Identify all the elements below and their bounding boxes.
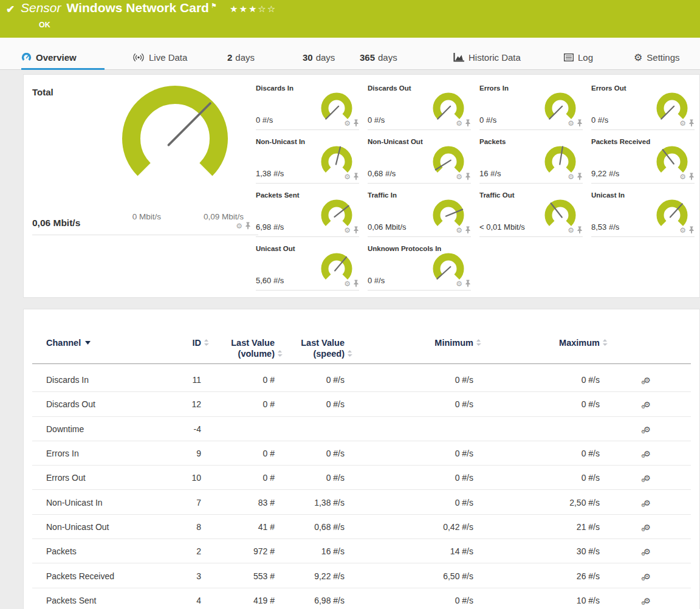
pin-icon-glyph (353, 173, 359, 181)
gauge-pin-icon[interactable] (465, 119, 471, 127)
gauge-value: 0,68 #/s (368, 169, 396, 178)
channel-settings-icon[interactable]: ⚙⚙ (643, 425, 651, 433)
col-header-id[interactable]: ID (180, 337, 201, 363)
gauge-tile[interactable]: Traffic Out < 0,01 Mbit/s ⚙ (479, 190, 591, 244)
channel-settings-icon[interactable]: ⚙⚙ (643, 523, 651, 531)
col-header-last-value-speed-[interactable]: Last Value(speed) (275, 337, 345, 363)
tab-label: Settings (647, 52, 679, 63)
gauge-settings-icon[interactable]: ⚙ (679, 173, 686, 181)
flag-icon[interactable]: ⚑ (211, 2, 217, 9)
gauge-settings-icon[interactable]: ⚙ (568, 120, 574, 127)
gauge-tile[interactable]: Non-Unicast In 1,38 #/s ⚙ (256, 137, 368, 190)
gauge-settings-icon[interactable]: ⚙ (344, 227, 351, 234)
gauge-tile[interactable]: Unknown Protocols In 0 #/s ⚙ (368, 244, 479, 297)
cell-last-value-volume: 0 # (201, 473, 275, 483)
gauge-value: 5,60 #/s (256, 276, 284, 285)
gauge-tile[interactable]: Discards In 0 #/s ⚙ (256, 83, 368, 137)
gauge-tile[interactable]: Packets Sent 6,98 #/s ⚙ (256, 190, 368, 244)
gauge-pin-icon[interactable] (353, 119, 359, 127)
sorted-desc-icon (85, 341, 91, 345)
gauge-actions: ⚙ (568, 119, 583, 127)
tab-historic-data[interactable]: Historic Data (453, 52, 521, 63)
gauge-settings-icon[interactable]: ⚙ (456, 280, 462, 287)
gauge-settings-icon[interactable]: ⚙ (456, 120, 462, 127)
cell-minimum: 6,50 #/s (345, 571, 473, 581)
gauge-pin-icon[interactable] (353, 280, 359, 287)
gauge-settings-icon[interactable]: ⚙ (344, 280, 351, 287)
tab-2-days[interactable]: 2days (227, 52, 255, 63)
gauge-value: 1,38 #/s (256, 169, 284, 178)
gauge-pin-icon[interactable] (465, 280, 471, 287)
gauge-tile[interactable]: Discards Out 0 #/s ⚙ (368, 83, 479, 137)
total-gauge-tile[interactable]: Total 0 Mbit/s 0,09 Mbit/s 0,06 Mbit/s ⚙ (32, 83, 258, 235)
gauge-label: Unicast In (591, 191, 625, 199)
tab-number: 365 (360, 52, 375, 63)
gauge-settings-icon[interactable]: ⚙ (679, 227, 686, 234)
gauge-pin-icon[interactable] (688, 173, 695, 181)
cell-actions: ⚙⚙ (600, 449, 699, 458)
cell-last-value-volume: 419 # (201, 596, 275, 605)
gauge-settings-icon[interactable]: ⚙ (456, 173, 462, 181)
channel-settings-icon[interactable]: ⚙⚙ (643, 548, 651, 556)
cell-actions: ⚙⚙ (600, 522, 699, 532)
col-header-maximum[interactable]: Maximum (473, 337, 600, 363)
channel-settings-icon[interactable]: ⚙⚙ (643, 573, 651, 580)
gauge-settings-icon[interactable]: ⚙ (456, 227, 462, 234)
priority-stars[interactable]: ★★★☆☆ (230, 4, 276, 15)
channel-settings-icon[interactable]: ⚙⚙ (643, 499, 651, 507)
col-header-last-value-volume-[interactable]: Last Value(volume) (201, 337, 275, 363)
cell-maximum: 0 #/s (473, 399, 600, 409)
gauge-settings-icon[interactable]: ⚙ (568, 227, 574, 234)
gauge-value: 6,98 #/s (256, 222, 284, 232)
gauge-pin-icon[interactable] (688, 119, 695, 127)
gauge-pin-icon[interactable] (577, 119, 583, 127)
sensor-titleline: SensorWindows Network Card⚑ (21, 1, 217, 15)
cell-last-value-speed: 0 #/s (275, 399, 345, 409)
tab-live-data[interactable]: Live Data (132, 52, 187, 63)
gauge-settings-icon[interactable]: ⚙ (568, 173, 574, 181)
gauge-pin-icon[interactable] (465, 226, 471, 234)
channel-settings-icon[interactable]: ⚙⚙ (643, 450, 651, 458)
pin-icon-glyph (465, 119, 471, 127)
cell-minimum: 0 #/s (345, 375, 473, 385)
tab-label: Historic Data (468, 52, 521, 63)
tab-overview[interactable]: Overview (21, 52, 77, 63)
gauge-label: Non-Unicast In (256, 138, 305, 145)
gauge-settings-icon[interactable]: ⚙ (236, 222, 242, 230)
channel-settings-icon[interactable]: ⚙⚙ (643, 376, 651, 384)
tab-number: 30 (303, 52, 313, 63)
gauge-pin-icon[interactable] (465, 173, 471, 181)
gauge-pin-icon[interactable] (577, 173, 583, 181)
pin-icon-glyph (577, 173, 583, 181)
gauge-tile[interactable]: Packets 16 #/s ⚙ (479, 137, 591, 190)
gauge-tile[interactable]: Errors Out 0 #/s ⚙ (591, 83, 700, 137)
gauge-tile[interactable]: Traffic In 0,06 Mbit/s ⚙ (368, 190, 479, 244)
gauge-tile[interactable]: Unicast Out 5,60 #/s ⚙ (256, 244, 368, 297)
gauge-pin-icon[interactable] (245, 222, 251, 230)
tab-30-days[interactable]: 30days (303, 52, 335, 63)
gauge-pin-icon[interactable] (353, 173, 359, 181)
gauge-tile[interactable]: Unicast In 8,53 #/s ⚙ (591, 190, 700, 244)
tab-settings[interactable]: ⚙Settings (634, 52, 680, 63)
channel-settings-icon[interactable]: ⚙⚙ (643, 401, 651, 408)
channel-settings-icon[interactable]: ⚙⚙ (643, 597, 651, 605)
gauge-settings-icon[interactable]: ⚙ (344, 120, 351, 127)
gauge-tile[interactable]: Packets Received 9,22 #/s ⚙ (591, 137, 700, 190)
gauge-value: 0,06 Mbit/s (368, 222, 407, 232)
gauge-tile[interactable]: Non-Unicast Out 0,68 #/s ⚙ (368, 137, 479, 190)
cell-channel: Packets Received (46, 571, 180, 581)
col-header-minimum[interactable]: Minimum (345, 337, 473, 363)
cell-last-value-speed: 0 #/s (275, 375, 345, 385)
col-header-channel[interactable]: Channel (46, 337, 180, 363)
cell-id: 8 (180, 522, 201, 532)
gauge-settings-icon[interactable]: ⚙ (344, 173, 351, 181)
gauge-tile[interactable]: Errors In 0 #/s ⚙ (479, 83, 591, 137)
gauge-pin-icon[interactable] (577, 226, 583, 234)
total-scale-max: 0,09 Mbit/s (204, 212, 244, 221)
gauge-pin-icon[interactable] (688, 226, 695, 234)
tab-365-days[interactable]: 365days (360, 52, 397, 63)
gauge-settings-icon[interactable]: ⚙ (679, 120, 686, 127)
tab-log[interactable]: Log (564, 52, 593, 63)
gauge-pin-icon[interactable] (353, 226, 359, 234)
channel-settings-icon[interactable]: ⚙⚙ (643, 474, 651, 482)
